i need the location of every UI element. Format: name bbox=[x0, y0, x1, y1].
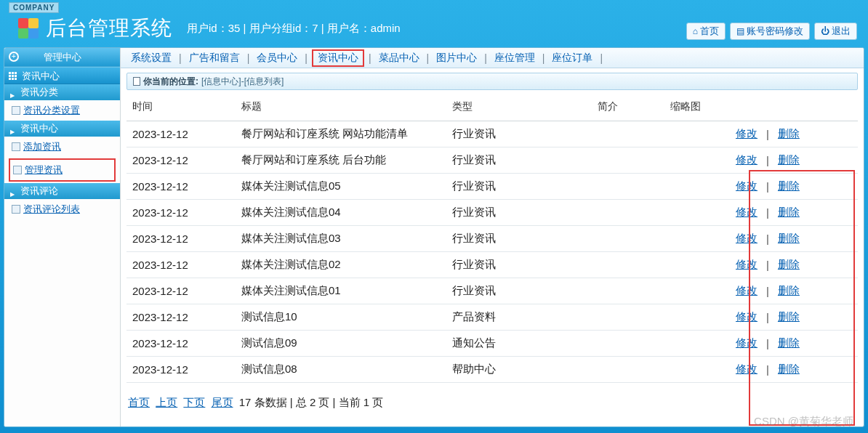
nav-item[interactable]: 系统设置 bbox=[128, 52, 174, 65]
edit-link[interactable]: 修改 bbox=[736, 232, 758, 246]
sidebar-group-header[interactable]: 资讯分类 bbox=[4, 84, 120, 100]
nav-separator: | bbox=[542, 52, 545, 64]
cell-type: 帮助中心 bbox=[446, 357, 592, 383]
delete-link[interactable]: 删除 bbox=[778, 127, 800, 141]
col-thumb: 缩略图 bbox=[664, 93, 730, 121]
pager-first[interactable]: 首页 bbox=[128, 396, 150, 408]
cell-type: 通知公告 bbox=[446, 331, 592, 357]
cell-type: 行业资讯 bbox=[446, 147, 592, 174]
edit-link[interactable]: 修改 bbox=[736, 258, 758, 272]
col-ops bbox=[730, 93, 858, 121]
edit-link[interactable]: 修改 bbox=[736, 284, 758, 298]
cell-time: 2023-12-12 bbox=[126, 252, 236, 278]
cell-time: 2023-12-12 bbox=[126, 200, 236, 226]
delete-link[interactable]: 删除 bbox=[778, 336, 800, 350]
delete-link[interactable]: 删除 bbox=[778, 153, 800, 167]
doc-icon bbox=[133, 77, 140, 86]
pager: 首页 上页 下页 尾页 17 条数据 | 总 2 页 | 当前 1 页 bbox=[121, 383, 864, 423]
cell-ops: 修改|删除 bbox=[730, 121, 858, 147]
sidebar-link[interactable]: 资讯评论列表 bbox=[4, 199, 120, 219]
pager-next[interactable]: 下页 bbox=[183, 396, 205, 408]
cell-ops: 修改|删除 bbox=[730, 357, 858, 383]
sidebar-link[interactable]: 管理资讯 bbox=[9, 158, 116, 182]
sidebar-group-header[interactable]: 资讯中心 bbox=[4, 121, 120, 137]
topbar: 后台管理系统 用户id：35 | 用户分组id：7 | 用户名：admin ⌂首… bbox=[4, 9, 864, 47]
edit-link[interactable]: 修改 bbox=[736, 153, 758, 167]
nav-separator: | bbox=[247, 52, 250, 64]
breadcrumb: 你当前的位置: [信息中心]-[信息列表] bbox=[126, 73, 858, 90]
sidebar-header: + 管理中心 bbox=[4, 48, 120, 67]
cell-ops: 修改|删除 bbox=[730, 200, 858, 226]
cell-title: 测试信息08 bbox=[236, 357, 446, 383]
cell-title: 媒体关注测试信息05 bbox=[236, 174, 446, 200]
user-info: 用户id：35 | 用户分组id：7 | 用户名：admin bbox=[187, 22, 401, 36]
nav-item[interactable]: 座位管理 bbox=[491, 52, 538, 65]
sidebar-group-header[interactable]: 资讯评论 bbox=[4, 183, 120, 199]
edit-link[interactable]: 修改 bbox=[736, 336, 758, 350]
nav-item[interactable]: 座位订单 bbox=[549, 52, 595, 65]
data-table: 时间 标题 类型 简介 缩略图 2023-12-12餐厅网站和订座系统 网站功能… bbox=[126, 93, 858, 383]
power-icon: ⏻ bbox=[821, 26, 829, 36]
cell-type: 行业资讯 bbox=[446, 278, 592, 304]
table-row: 2023-12-12媒体关注测试信息05行业资讯修改|删除 bbox=[126, 174, 858, 200]
cell-time: 2023-12-12 bbox=[126, 147, 236, 174]
table-row: 2023-12-12媒体关注测试信息02行业资讯修改|删除 bbox=[126, 252, 858, 278]
nav-separator: | bbox=[427, 52, 430, 64]
grid-icon bbox=[9, 72, 17, 80]
cell-type: 行业资讯 bbox=[446, 174, 592, 200]
cell-time: 2023-12-12 bbox=[126, 174, 236, 200]
cell-title: 媒体关注测试信息01 bbox=[236, 278, 446, 304]
delete-link[interactable]: 删除 bbox=[778, 363, 800, 376]
cell-title: 媒体关注测试信息02 bbox=[236, 252, 446, 278]
table-row: 2023-12-12测试信息08帮助中心修改|删除 bbox=[126, 357, 858, 383]
cell-ops: 修改|删除 bbox=[730, 147, 858, 174]
main-frame: + 管理中心 资讯中心 资讯分类资讯分类设置资讯中心添加资讯管理资讯资讯评论资讯… bbox=[4, 47, 864, 427]
delete-link[interactable]: 删除 bbox=[778, 284, 800, 298]
table-row: 2023-12-12餐厅网站和订座系统 网站功能清单行业资讯修改|删除 bbox=[126, 121, 858, 147]
cell-title: 餐厅网站和订座系统 后台功能 bbox=[236, 147, 446, 174]
cell-time: 2023-12-12 bbox=[126, 121, 236, 147]
home-button[interactable]: ⌂首页 bbox=[686, 23, 726, 40]
nav-separator: | bbox=[369, 52, 371, 64]
col-time: 时间 bbox=[126, 93, 236, 121]
nav-separator: | bbox=[600, 52, 603, 64]
nav-item[interactable]: 菜品中心 bbox=[376, 52, 422, 65]
logout-button[interactable]: ⏻退出 bbox=[814, 23, 857, 40]
nav-item[interactable]: 资讯中心 bbox=[312, 49, 364, 67]
delete-link[interactable]: 删除 bbox=[778, 206, 800, 219]
nav-item[interactable]: 广告和留言 bbox=[186, 52, 243, 65]
nav-separator: | bbox=[484, 52, 487, 64]
delete-link[interactable]: 删除 bbox=[778, 179, 800, 193]
delete-link[interactable]: 删除 bbox=[778, 310, 800, 324]
pager-prev[interactable]: 上页 bbox=[156, 396, 177, 408]
doc-icon: ▤ bbox=[736, 26, 744, 36]
cell-title: 测试信息10 bbox=[236, 304, 446, 331]
top-nav: 系统设置|广告和留言|会员中心|资讯中心|菜品中心|图片中心|座位管理|座位订单… bbox=[121, 48, 864, 68]
cell-time: 2023-12-12 bbox=[126, 357, 236, 383]
sidebar-link[interactable]: 添加资讯 bbox=[4, 137, 120, 157]
edit-link[interactable]: 修改 bbox=[736, 363, 758, 376]
cell-type: 行业资讯 bbox=[446, 200, 592, 226]
table-row: 2023-12-12媒体关注测试信息03行业资讯修改|删除 bbox=[126, 226, 858, 252]
sidebar-link[interactable]: 资讯分类设置 bbox=[4, 100, 120, 121]
nav-item[interactable]: 图片中心 bbox=[433, 52, 480, 65]
nav-item[interactable]: 会员中心 bbox=[254, 52, 300, 65]
change-password-button[interactable]: ▤账号密码修改 bbox=[730, 23, 810, 40]
edit-link[interactable]: 修改 bbox=[736, 127, 758, 141]
cell-type: 行业资讯 bbox=[446, 121, 592, 147]
cell-time: 2023-12-12 bbox=[126, 304, 236, 331]
col-title: 标题 bbox=[236, 93, 446, 121]
edit-link[interactable]: 修改 bbox=[736, 206, 758, 219]
table-row: 2023-12-12媒体关注测试信息01行业资讯修改|删除 bbox=[126, 278, 858, 304]
delete-link[interactable]: 删除 bbox=[778, 232, 800, 246]
col-intro: 简介 bbox=[592, 93, 664, 121]
cell-ops: 修改|删除 bbox=[730, 252, 858, 278]
sidebar: + 管理中心 资讯中心 资讯分类资讯分类设置资讯中心添加资讯管理资讯资讯评论资讯… bbox=[4, 48, 121, 426]
pager-last[interactable]: 尾页 bbox=[212, 396, 233, 408]
cell-type: 产品资料 bbox=[446, 304, 592, 331]
edit-link[interactable]: 修改 bbox=[736, 179, 758, 193]
edit-link[interactable]: 修改 bbox=[736, 310, 758, 324]
sidebar-section-header: 资讯中心 bbox=[4, 67, 120, 84]
cell-title: 媒体关注测试信息03 bbox=[236, 226, 446, 252]
delete-link[interactable]: 删除 bbox=[778, 258, 800, 272]
